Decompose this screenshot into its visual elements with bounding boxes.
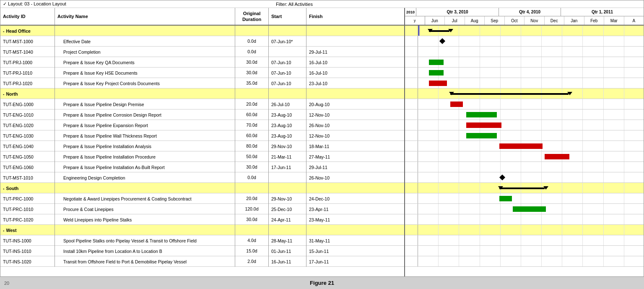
table-row: TUT-PRJ-1020Prepare & Issue Key Project …: [0, 78, 404, 89]
grid-vline: [541, 109, 542, 120]
gantt-row: [405, 204, 644, 214]
table-row: -North: [0, 89, 404, 99]
grid-vline: [582, 225, 583, 235]
grid-vline: [582, 256, 583, 266]
cell-activity-id: -West: [0, 225, 55, 235]
month-aug: Aug: [465, 16, 485, 25]
red-gantt-bar: [466, 122, 501, 128]
table-row: TUT-ENG-1040Prepare & Issue Pipeline Ins…: [0, 141, 404, 151]
cell-finish: 15-Jun-11: [306, 246, 344, 256]
cell-finish: [306, 89, 344, 99]
expand-icon[interactable]: -: [3, 29, 5, 34]
grid-vline: [562, 26, 562, 36]
cell-finish: 26-Nov-10: [306, 172, 344, 183]
gantt-row: [405, 36, 644, 47]
grid-vline: [418, 68, 418, 78]
red-gantt-bar: [545, 154, 570, 159]
grid-vline: [624, 47, 624, 57]
cell-activity-id: TUT-PRC-1010: [0, 204, 55, 214]
grid-vline: [480, 256, 480, 266]
gantt-header-row2: y Jun Jul Aug Sep Oct Nov Dec Jan Feb Ma…: [405, 16, 644, 25]
cell-name: Effective Date: [55, 36, 235, 47]
cell-finish: 31-May-11: [306, 235, 344, 246]
grid-vline: [521, 162, 521, 172]
table-row: -South: [0, 183, 404, 193]
grid-vline: [562, 183, 562, 193]
cell-activity-id: TUT-PRJ-1000: [0, 57, 55, 68]
grid-vline: [562, 256, 562, 266]
cell-start: 07-Jun-10: [269, 68, 306, 78]
grid-vline: [438, 214, 439, 224]
table-header: Activity ID Activity Name OriginalDurati…: [0, 8, 404, 26]
cell-activity-id: TUT-PRC-1000: [0, 193, 55, 204]
grid-vline: [624, 246, 624, 256]
grid-vline: [459, 162, 459, 172]
grid-vline: [480, 214, 480, 224]
gantt-row: [405, 214, 644, 225]
grid-vline: [603, 36, 604, 46]
grid-vline: [603, 68, 604, 78]
cell-finish: 17-Jun-11: [306, 256, 344, 267]
month-oct: Oct: [505, 16, 525, 25]
cell-start: 23-Aug-10: [269, 109, 306, 120]
grid-vline: [438, 172, 439, 182]
grid-vline: [624, 78, 624, 88]
grid-vline: [582, 183, 583, 193]
cell-finish: 12-Nov-10: [306, 109, 344, 120]
cell-duration: [235, 89, 269, 99]
cell-finish: 23-Jul-10: [306, 78, 344, 89]
cell-activity-id: -North: [0, 89, 55, 99]
cell-finish: 23-May-11: [306, 214, 344, 225]
table-row: TUT-MST-1000Effective Date0.0d07-Jun-10*: [0, 36, 404, 47]
cell-start: 24-Apr-11: [269, 214, 306, 225]
grid-vline: [459, 130, 459, 141]
grid-vline: [624, 214, 624, 224]
period-qtr3: Qtr 3, 2010: [416, 8, 499, 16]
table-row: -Head Office: [0, 26, 404, 36]
cell-start: [269, 172, 306, 183]
cell-duration: 20.0d: [235, 99, 269, 109]
cell-name: [55, 183, 235, 193]
grid-vline: [521, 193, 521, 203]
grid-vline: [459, 57, 459, 67]
cell-duration: 0.0d: [235, 36, 269, 47]
grid-vline: [521, 36, 521, 46]
cell-start: 23-Aug-10: [269, 120, 306, 130]
cell-duration: 15.0d: [235, 246, 269, 256]
grid-vline: [418, 78, 418, 88]
grid-vline: [521, 109, 521, 120]
grid-vline: [562, 78, 562, 88]
table-row: TUT-INS-1000Spool Pipeline Stalks onto P…: [0, 235, 404, 246]
grid-vline: [541, 36, 542, 46]
cell-duration: 2.0d: [235, 256, 269, 267]
grid-vline: [603, 141, 604, 151]
grid-vline: [500, 204, 501, 214]
grid-vline: [603, 256, 604, 266]
grid-vline: [603, 99, 604, 109]
grid-vline: [500, 151, 501, 161]
cell-activity-id: TUT-MST-1010: [0, 172, 55, 183]
cell-start: 21-Mar-11: [269, 151, 306, 162]
cell-duration: 0.0d: [235, 47, 269, 57]
cell-name: Transit from Offshore Field to Port & De…: [55, 256, 235, 267]
cell-duration: 70.0d: [235, 120, 269, 130]
grid-vline: [582, 204, 583, 214]
grid-vline: [500, 214, 501, 224]
expand-icon[interactable]: -: [3, 186, 5, 191]
cell-start: 29-Nov-10: [269, 141, 306, 151]
group-bar-left-arrow: [449, 92, 454, 95]
grid-vline: [438, 183, 439, 193]
expand-icon[interactable]: -: [3, 91, 5, 96]
cell-name: Prepare & Issue Key QA Documents: [55, 57, 235, 68]
grid-vline: [521, 225, 521, 235]
green-gantt-bar: [466, 112, 497, 117]
month-jan: Jan: [564, 16, 584, 25]
expand-icon[interactable]: -: [3, 228, 5, 233]
cell-name: Prepare & Issue Pipeline Corrosion Desig…: [55, 109, 235, 120]
cell-start: 07-Jun-10: [269, 57, 306, 68]
cell-duration: 120.0d: [235, 204, 269, 214]
grid-vline: [459, 47, 459, 57]
month-dec: Dec: [545, 16, 565, 25]
grid-vline: [500, 57, 501, 67]
grid-vline: [438, 47, 439, 57]
